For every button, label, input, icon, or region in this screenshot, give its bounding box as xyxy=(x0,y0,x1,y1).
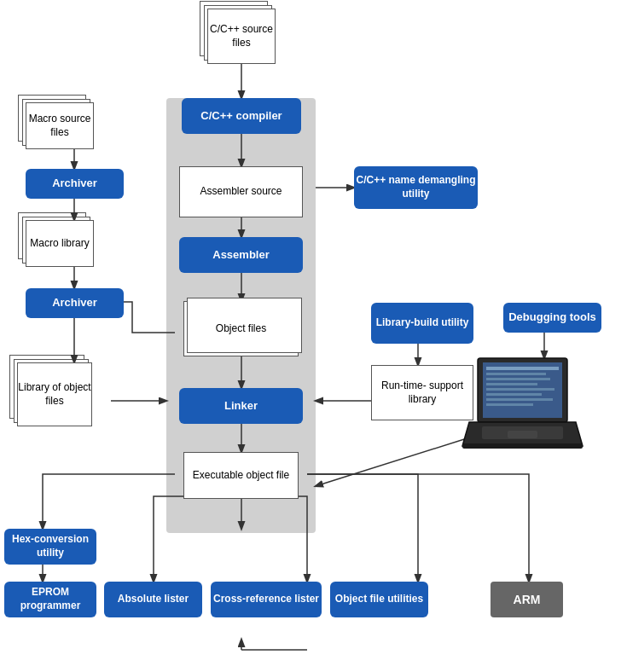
executable-object-file: Executable object file xyxy=(183,452,299,499)
svg-rect-30 xyxy=(462,443,583,449)
archiver1-button[interactable]: Archiver xyxy=(26,169,124,199)
absolute-lister-button[interactable]: Absolute lister xyxy=(104,582,202,617)
svg-rect-25 xyxy=(486,398,553,401)
svg-rect-19 xyxy=(486,367,559,370)
svg-rect-29 xyxy=(508,431,537,438)
object-files: Object files xyxy=(183,301,299,356)
hex-conversion-button[interactable]: Hex-conversion utility xyxy=(4,529,96,565)
library-object-files: Library of object files xyxy=(17,362,92,426)
cross-reference-lister-button[interactable]: Cross-reference lister xyxy=(211,582,322,617)
svg-rect-23 xyxy=(486,388,554,391)
diagram: C/C++ source files C/C++ compiler Macro … xyxy=(0,0,627,672)
macro-library: Macro library xyxy=(26,220,94,267)
cpp-compiler-button[interactable]: C/C++ compiler xyxy=(182,98,301,134)
debugging-tools-button[interactable]: Debugging tools xyxy=(503,303,601,333)
object-file-utilities-button[interactable]: Object file utilities xyxy=(330,582,428,617)
cpp-source-files: C/C++ source files xyxy=(207,9,276,64)
svg-rect-26 xyxy=(486,403,533,406)
linker-button[interactable]: Linker xyxy=(179,388,303,424)
svg-rect-24 xyxy=(486,393,542,396)
run-time-support-library: Run-time- support library xyxy=(371,365,473,420)
svg-rect-20 xyxy=(486,373,546,375)
svg-rect-22 xyxy=(486,383,537,385)
assembler-source: Assembler source xyxy=(179,166,303,217)
macro-source-files: Macro source files xyxy=(26,102,94,149)
library-build-button[interactable]: Library-build utility xyxy=(371,303,473,344)
svg-rect-21 xyxy=(486,378,550,380)
laptop-icon xyxy=(461,354,584,452)
arm-button[interactable]: ARM xyxy=(491,582,563,617)
assembler-button[interactable]: Assembler xyxy=(179,237,303,273)
name-demangling-button[interactable]: C/C++ name demangling utility xyxy=(354,166,478,209)
eprom-programmer-button[interactable]: EPROM programmer xyxy=(4,582,96,617)
archiver2-button[interactable]: Archiver xyxy=(26,288,124,318)
